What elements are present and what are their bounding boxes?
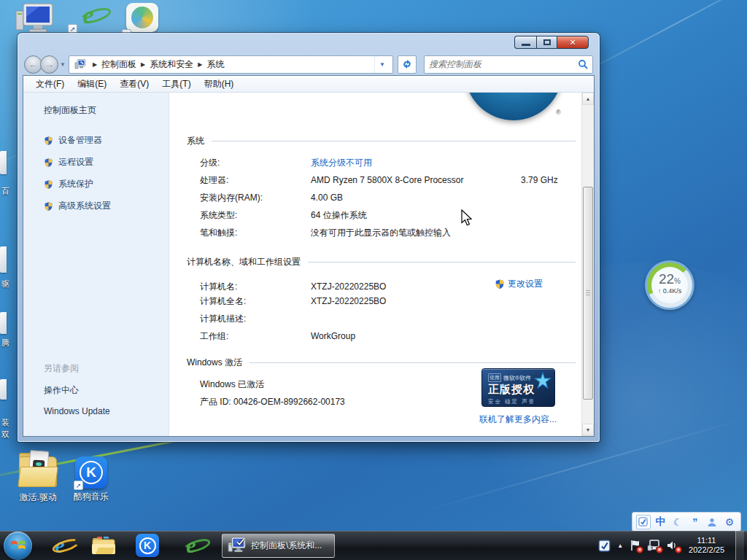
ime-chinese-mode[interactable]: 中 [653, 515, 667, 529]
breadcrumb-control-panel[interactable]: 控制面板 [101, 58, 136, 71]
row-value: XTZJ-20220225BO [311, 296, 495, 306]
search-input[interactable] [429, 59, 578, 69]
active-task-control-panel[interactable]: 控制面板\系统和... [222, 534, 335, 558]
breadcrumb-system[interactable]: 系统 [206, 58, 224, 71]
sidebar-item-label: 远程设置 [58, 156, 93, 168]
taskbar-explorer-icon[interactable] [89, 532, 118, 559]
registered-trademark: ® [556, 109, 561, 116]
sidebar-item-device-manager[interactable]: 设备管理器 [44, 134, 169, 147]
desktop-icon-app-swirl[interactable]: ➚ [123, 3, 161, 34]
badge-line3: 安全 稳定 声誉 [488, 398, 550, 405]
volume-muted-icon[interactable]: × [667, 540, 679, 551]
partial-desktop-icon [0, 312, 7, 334]
taskbar-kugou-icon[interactable]: K [133, 532, 162, 559]
windows-flag-icon [9, 537, 27, 553]
product-id: 产品 ID: 00426-OEM-8992662-00173 [200, 396, 521, 408]
sidebar-item-action-center[interactable]: 操作中心 [44, 384, 169, 397]
sidebar-item-advanced-settings[interactable]: 高级系统设置 [44, 200, 169, 212]
forward-button[interactable]: → [40, 55, 58, 74]
360-browser-icon: e [186, 534, 196, 556]
menu-view[interactable]: 查看(V) [113, 76, 155, 93]
show-hidden-icons-button[interactable]: ▲ [617, 542, 623, 549]
clock-time: 11:11 [689, 536, 724, 545]
genuine-star-icon [533, 372, 552, 391]
vertical-scrollbar[interactable]: ▲ ▼ [581, 93, 594, 436]
breadcrumb-arrow-icon: ▶ [88, 61, 101, 68]
ime-status-icon[interactable] [636, 515, 651, 529]
genuine-microsoft-badge: 使用微软®软件 正版授权 安全 稳定 声誉 [481, 368, 555, 407]
info-row-workgroup: 工作组: WorkGroup [200, 330, 576, 348]
maximize-button[interactable] [536, 36, 557, 49]
scroll-down-arrow[interactable]: ▼ [582, 424, 594, 436]
tray-ime-icon[interactable] [598, 540, 611, 552]
kugou-icon: K ➚ [75, 456, 107, 489]
see-also-header: 另请参阅 [44, 362, 169, 375]
refresh-icon [402, 59, 412, 69]
taskbar-360-browser-icon[interactable]: e [177, 532, 206, 559]
navigation-bar: ← → ▼ ▶ 控制面板 ▶ 系统和安全 ▶ 系统 ▼ [23, 53, 595, 75]
show-desktop-button[interactable] [735, 531, 744, 560]
sidebar-item-windows-update[interactable]: Windows Update [44, 406, 169, 416]
main-content: ® 系统 分级: 系统分级不可用 处理器: AMD Ryzen 7 5800X … [169, 93, 581, 436]
active-task-label: 控制面板\系统和... [251, 540, 322, 552]
menu-edit[interactable]: 编辑(E) [71, 76, 113, 93]
clock[interactable]: 11:11 2022/2/25 [689, 536, 724, 555]
action-center-flag-icon[interactable]: × [630, 540, 640, 551]
taskbar-ie-icon[interactable]: e [45, 532, 74, 559]
kugou-icon: K [136, 534, 159, 557]
ime-halfmoon-icon[interactable]: ☾ [670, 515, 685, 529]
ime-punctuation-icon[interactable]: ” [688, 515, 703, 529]
refresh-button[interactable] [398, 55, 417, 74]
rating-unavailable-link[interactable]: 系统分级不可用 [311, 157, 521, 169]
breadcrumb-system-security[interactable]: 系统和安全 [150, 58, 193, 71]
usage-percent: 22 [659, 271, 674, 287]
sidebar-item-label: 设备管理器 [58, 134, 102, 147]
360-speed-ball-widget[interactable]: 22% ↑ 0.4K/s [645, 260, 694, 310]
address-bar[interactable]: ▶ 控制面板 ▶ 系统和安全 ▶ 系统 ▼ [69, 55, 393, 74]
ie-icon: e [55, 534, 64, 556]
recent-pages-chevron-icon[interactable]: ▼ [60, 61, 66, 68]
sidebar-item-system-protection[interactable]: 系统保护 [44, 178, 169, 190]
scrollbar-track[interactable] [582, 105, 594, 424]
title-bar[interactable]: ✕ [23, 34, 595, 53]
learn-more-online-link[interactable]: 联机了解更多内容... [479, 413, 557, 426]
360-browser-icon: e [82, 3, 93, 28]
clock-date: 2022/2/25 [689, 545, 724, 555]
error-badge: × [656, 546, 663, 553]
menu-tools[interactable]: 工具(T) [155, 76, 197, 93]
ime-settings-gear-icon[interactable]: ⚙ [722, 515, 737, 529]
search-icon[interactable] [578, 59, 588, 69]
sidebar-item-control-panel-home[interactable]: 控制面板主页 [44, 104, 169, 117]
partial-icon-label: 腾 [1, 338, 9, 349]
network-status-icon[interactable]: × [647, 540, 660, 551]
search-box[interactable] [424, 55, 593, 74]
minimize-button[interactable] [514, 36, 536, 49]
info-row-full-name: 计算机全名: XTZJ-20220225BO [200, 295, 576, 313]
menu-help[interactable]: 帮助(H) [198, 76, 241, 93]
net-speed: 0.4K/s [663, 287, 682, 295]
row-value: 没有可用于此显示器的笔或触控输入 [311, 227, 521, 239]
uac-shield-icon [495, 279, 505, 289]
scroll-up-arrow[interactable]: ▲ [582, 93, 594, 105]
scrollbar-thumb[interactable] [583, 187, 593, 400]
ime-user-icon[interactable] [705, 515, 719, 529]
desktop-icon-360-browser[interactable]: e ➚ [69, 3, 107, 28]
desktop-icon-computer[interactable] [13, 2, 57, 36]
section-title-computer-name: 计算机名称、域和工作组设置 [187, 256, 301, 268]
sidebar: 控制面板主页 设备管理器 远程设置 系统保护 高级系统设置 [23, 93, 169, 436]
start-button[interactable] [4, 532, 32, 560]
close-button[interactable]: ✕ [557, 36, 589, 49]
change-settings-link[interactable]: 更改设置 [495, 278, 576, 290]
row-label: 计算机全名: [200, 295, 311, 308]
sidebar-item-remote-settings[interactable]: 远程设置 [44, 156, 169, 168]
percent-sign: % [674, 277, 681, 285]
desktop-icon-kugou-music[interactable]: K ➚ 酷狗音乐 [60, 456, 123, 503]
address-dropdown-icon[interactable]: ▼ [374, 56, 390, 73]
breadcrumb-arrow-icon: ▶ [136, 61, 150, 68]
row-value: AMD Ryzen 7 5800X 8-Core Processor [311, 175, 521, 185]
menu-file[interactable]: 文件(F) [29, 76, 71, 93]
icon-label: 酷狗音乐 [60, 491, 123, 503]
row-label: 处理器: [200, 174, 311, 187]
computer-icon [15, 2, 55, 34]
badge-use-tag: 使用 [488, 373, 501, 382]
